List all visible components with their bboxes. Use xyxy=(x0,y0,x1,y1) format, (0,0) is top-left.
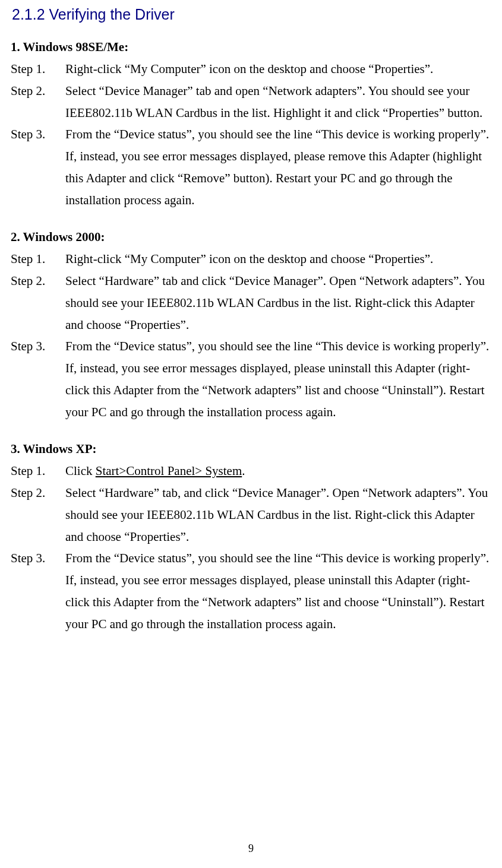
step-text: From the “Device status”, you should see… xyxy=(65,123,491,211)
subsection-heading: 2. Windows 2000: xyxy=(11,230,491,245)
step-text: Right-click “My Computer” icon on the de… xyxy=(65,58,491,80)
step-row: Step 2. Select “Device Manager” tab and … xyxy=(11,80,491,124)
step-label: Step 3. xyxy=(11,335,65,357)
step-text: Select “Hardware” tab, and click “Device… xyxy=(65,482,491,547)
step-text: Select “Device Manager” tab and open “Ne… xyxy=(65,80,491,124)
step-text: Right-click “My Computer” icon on the de… xyxy=(65,248,491,270)
subsection-heading: 1. Windows 98SE/Me: xyxy=(11,40,491,55)
step-row: Step 3. From the “Device status”, you sh… xyxy=(11,335,491,423)
section-win2000: 2. Windows 2000: Step 1. Right-click “My… xyxy=(11,230,491,423)
step-text-post: . xyxy=(242,464,245,478)
step-label: Step 1. xyxy=(11,58,65,80)
step-row: Step 1. Click Start>Control Panel> Syste… xyxy=(11,460,491,482)
step-label: Step 1. xyxy=(11,460,65,482)
step-label: Step 2. xyxy=(11,482,65,504)
section-winxp: 3. Windows XP: Step 1. Click Start>Contr… xyxy=(11,442,491,635)
step-row: Step 1. Right-click “My Computer” icon o… xyxy=(11,58,491,80)
step-row: Step 1. Right-click “My Computer” icon o… xyxy=(11,248,491,270)
step-label: Step 1. xyxy=(11,248,65,270)
step-text: Click Start>Control Panel> System. xyxy=(65,460,491,482)
step-label: Step 2. xyxy=(11,270,65,292)
subsection-heading: 3. Windows XP: xyxy=(11,442,491,457)
step-label: Step 3. xyxy=(11,547,65,569)
step-row: Step 3. From the “Device status”, you sh… xyxy=(11,123,491,211)
step-text: Select “Hardware” tab and click “Device … xyxy=(65,270,491,335)
step-label: Step 2. xyxy=(11,80,65,102)
step-text: From the “Device status”, you should see… xyxy=(65,335,491,423)
step-row: Step 2. Select “Hardware” tab, and click… xyxy=(11,482,491,547)
step-text-pre: Click xyxy=(65,464,96,478)
step-label: Step 3. xyxy=(11,123,65,145)
step-row: Step 3. From the “Device status”, you sh… xyxy=(11,547,491,635)
step-row: Step 2. Select “Hardware” tab and click … xyxy=(11,270,491,335)
section-heading: 2.1.2 Verifying the Driver xyxy=(12,6,491,23)
page-number: 9 xyxy=(0,842,502,855)
step-text: From the “Device status”, you should see… xyxy=(65,547,491,635)
step-text-underline: Start>Control Panel> System xyxy=(96,464,242,478)
section-win98: 1. Windows 98SE/Me: Step 1. Right-click … xyxy=(11,40,491,211)
